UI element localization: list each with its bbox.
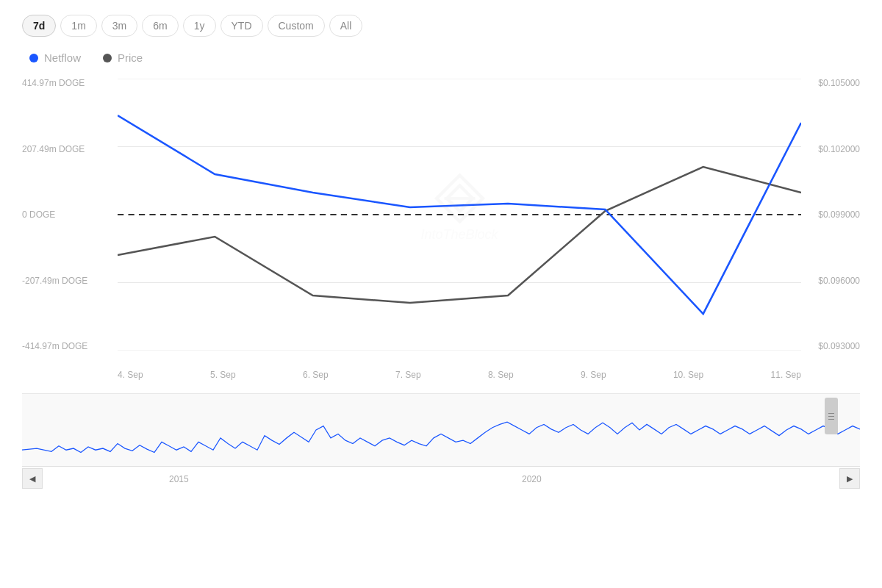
x-label-3: 7. Sep bbox=[395, 370, 421, 380]
mini-nav-left-button[interactable]: ◀ bbox=[22, 468, 43, 489]
y-left-2: 0 DOGE bbox=[22, 210, 118, 219]
y-right-1: $0.102000 bbox=[801, 145, 860, 154]
time-range-selector: 7d 1m 3m 6m 1y YTD Custom All bbox=[22, 15, 860, 37]
btn-custom[interactable]: Custom bbox=[268, 15, 325, 37]
chart-svg bbox=[118, 79, 801, 351]
btn-6m[interactable]: 6m bbox=[142, 15, 178, 37]
y-left-3: -207.49m DOGE bbox=[22, 276, 118, 285]
btn-ytd[interactable]: YTD bbox=[220, 15, 263, 37]
btn-3m[interactable]: 3m bbox=[101, 15, 137, 37]
x-label-4: 8. Sep bbox=[488, 370, 514, 380]
mini-nav-right-button[interactable]: ▶ bbox=[839, 468, 860, 489]
y-axis-left: 414.97m DOGE 207.49m DOGE 0 DOGE -207.49… bbox=[22, 79, 118, 351]
x-label-0: 4. Sep bbox=[118, 370, 143, 380]
btn-1y[interactable]: 1y bbox=[183, 15, 216, 37]
price-label: Price bbox=[118, 51, 143, 64]
x-label-5: 9. Sep bbox=[581, 370, 606, 380]
netflow-dot bbox=[29, 54, 38, 62]
mini-year-2015: 2015 bbox=[169, 474, 189, 484]
y-left-1: 207.49m DOGE bbox=[22, 145, 118, 154]
price-dot bbox=[103, 54, 112, 62]
main-chart-area: 414.97m DOGE 207.49m DOGE 0 DOGE -207.49… bbox=[22, 79, 860, 387]
y-axis-right: $0.105000 $0.102000 $0.099000 $0.096000 … bbox=[801, 79, 860, 351]
y-right-0: $0.105000 bbox=[801, 79, 860, 87]
mini-chart-inner bbox=[22, 394, 860, 467]
mini-scroll-handle[interactable] bbox=[825, 398, 838, 434]
y-right-4: $0.093000 bbox=[801, 342, 860, 351]
y-right-3: $0.096000 bbox=[801, 276, 860, 285]
y-right-2: $0.099000 bbox=[801, 210, 860, 219]
y-left-4: -414.97m DOGE bbox=[22, 342, 118, 351]
netflow-label: Netflow bbox=[44, 51, 81, 64]
chart-legend: Netflow Price bbox=[22, 51, 860, 64]
legend-netflow: Netflow bbox=[29, 51, 81, 64]
x-label-1: 5. Sep bbox=[210, 370, 236, 380]
x-axis: 4. Sep 5. Sep 6. Sep 7. Sep 8. Sep 9. Se… bbox=[118, 370, 801, 380]
y-left-0: 414.97m DOGE bbox=[22, 79, 118, 87]
mini-chart-section: 2015 2020 ◀ ▶ bbox=[22, 393, 860, 489]
x-label-6: 10. Sep bbox=[673, 370, 703, 380]
chart-svg-container: IntoTheBlock bbox=[118, 79, 801, 351]
mini-year-2020: 2020 bbox=[522, 474, 542, 484]
btn-all[interactable]: All bbox=[329, 15, 363, 37]
x-label-2: 6. Sep bbox=[303, 370, 329, 380]
btn-1m[interactable]: 1m bbox=[60, 15, 96, 37]
x-label-7: 11. Sep bbox=[771, 370, 801, 380]
legend-price: Price bbox=[103, 51, 143, 64]
mini-chart-svg bbox=[22, 394, 860, 466]
btn-7d[interactable]: 7d bbox=[22, 15, 56, 37]
main-container: 7d 1m 3m 6m 1y YTD Custom All Netflow Pr… bbox=[0, 0, 882, 588]
